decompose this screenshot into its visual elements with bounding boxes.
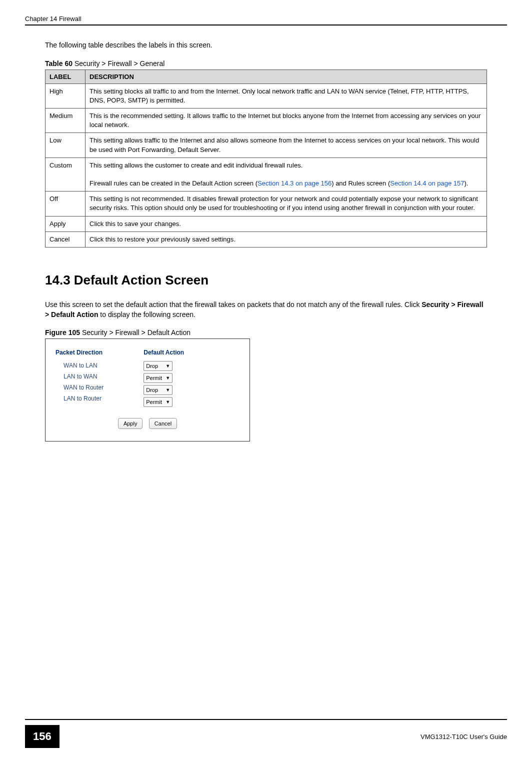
chevron-down-icon: ▼ <box>162 400 170 404</box>
action-select[interactable]: Permit▼ <box>144 373 172 383</box>
cell-label: Medium <box>46 108 86 132</box>
para-part-b: to display the following screen. <box>98 310 196 318</box>
table-header-row: LABEL DESCRIPTION <box>46 70 487 84</box>
packet-direction-column: Packet Direction WAN to LAN LAN to WAN W… <box>56 349 104 408</box>
action-select[interactable]: Drop▼ <box>144 385 172 395</box>
cell-desc: This setting is not recommended. It disa… <box>86 192 487 216</box>
cell-desc: Click this to save your changes. <box>86 216 487 232</box>
packet-direction-item: WAN to LAN <box>56 360 104 371</box>
custom-desc-p2c: ). <box>464 180 468 187</box>
custom-desc-p1: This setting allows the customer to crea… <box>90 162 302 169</box>
table-row: Custom This setting allows the customer … <box>46 158 487 192</box>
chapter-title: Chapter 14 Firewall <box>25 15 82 22</box>
cell-label: Low <box>46 133 86 158</box>
settings-table: LABEL DESCRIPTION High This setting bloc… <box>45 70 487 248</box>
cell-desc: This setting allows the customer to crea… <box>86 158 487 192</box>
col-description: DESCRIPTION <box>86 70 487 84</box>
figure-caption: Figure 105 Security > Firewall > Default… <box>45 328 487 336</box>
para-part-a: Use this screen to set the default actio… <box>45 300 422 308</box>
table-row: Apply Click this to save your changes. <box>46 216 487 232</box>
cell-label: Cancel <box>46 232 86 247</box>
cell-label: Off <box>46 192 86 216</box>
figure-caption-number: Figure 105 <box>45 328 80 336</box>
figure-screenshot: Packet Direction WAN to LAN LAN to WAN W… <box>45 338 250 442</box>
cross-ref-link[interactable]: Section 14.3 on page 156 <box>258 180 332 187</box>
select-value: Permit <box>146 375 162 381</box>
button-row: Apply Cancel <box>56 418 240 429</box>
page-number: 156 <box>25 725 60 748</box>
custom-desc-p2b: ) and Rules screen ( <box>332 180 390 187</box>
packet-direction-header: Packet Direction <box>56 349 104 356</box>
chevron-down-icon: ▼ <box>162 388 170 392</box>
section-heading: 14.3 Default Action Screen <box>45 272 487 288</box>
chevron-down-icon: ▼ <box>162 376 170 380</box>
packet-direction-item: WAN to Router <box>56 382 104 393</box>
table-row: Medium This is the recommended setting. … <box>46 108 487 132</box>
cell-label: Apply <box>46 216 86 232</box>
default-action-header: Default Action <box>144 349 184 356</box>
section-paragraph: Use this screen to set the default actio… <box>45 300 487 320</box>
cell-desc: Click this to restore your previously sa… <box>86 232 487 247</box>
default-action-column: Default Action Drop▼ Permit▼ Drop▼ Permi… <box>144 349 184 408</box>
col-label: LABEL <box>46 70 86 84</box>
action-select[interactable]: Drop▼ <box>144 361 172 371</box>
select-value: Drop <box>146 387 158 393</box>
page-footer: 156 VMG1312-T10C User's Guide <box>25 719 507 748</box>
cell-label: High <box>46 84 86 108</box>
table-caption-number: Table 60 <box>45 60 72 68</box>
select-value: Drop <box>146 363 158 369</box>
custom-desc-p2a: Firewall rules can be created in the Def… <box>90 180 258 187</box>
table-row: High This setting blocks all traffic to … <box>46 84 487 108</box>
figure-caption-title: Security > Firewall > Default Action <box>80 328 190 336</box>
action-select[interactable]: Permit▼ <box>144 397 172 407</box>
chevron-down-icon: ▼ <box>162 364 170 368</box>
cell-label: Custom <box>46 158 86 192</box>
table-row: Cancel Click this to restore your previo… <box>46 232 487 247</box>
table-row: Low This setting allows traffic to the I… <box>46 133 487 158</box>
cell-desc: This setting allows traffic to the Inter… <box>86 133 487 158</box>
cross-ref-link[interactable]: Section 14.4 on page 157 <box>390 180 464 187</box>
select-value: Permit <box>146 399 162 405</box>
footer-rule <box>25 719 507 720</box>
cancel-button[interactable]: Cancel <box>149 418 177 429</box>
packet-direction-item: LAN to WAN <box>56 371 104 382</box>
table-row: Off This setting is not recommended. It … <box>46 192 487 216</box>
table-caption: Table 60 Security > Firewall > General <box>45 60 487 68</box>
page-header: Chapter 14 Firewall <box>25 15 507 26</box>
intro-text: The following table describes the labels… <box>45 40 487 50</box>
table-caption-title: Security > Firewall > General <box>72 60 164 68</box>
cell-desc: This setting blocks all traffic to and f… <box>86 84 487 108</box>
guide-title: VMG1312-T10C User's Guide <box>420 733 507 740</box>
apply-button[interactable]: Apply <box>118 418 143 429</box>
cell-desc: This is the recommended setting. It allo… <box>86 108 487 132</box>
packet-direction-item: LAN to Router <box>56 393 104 404</box>
